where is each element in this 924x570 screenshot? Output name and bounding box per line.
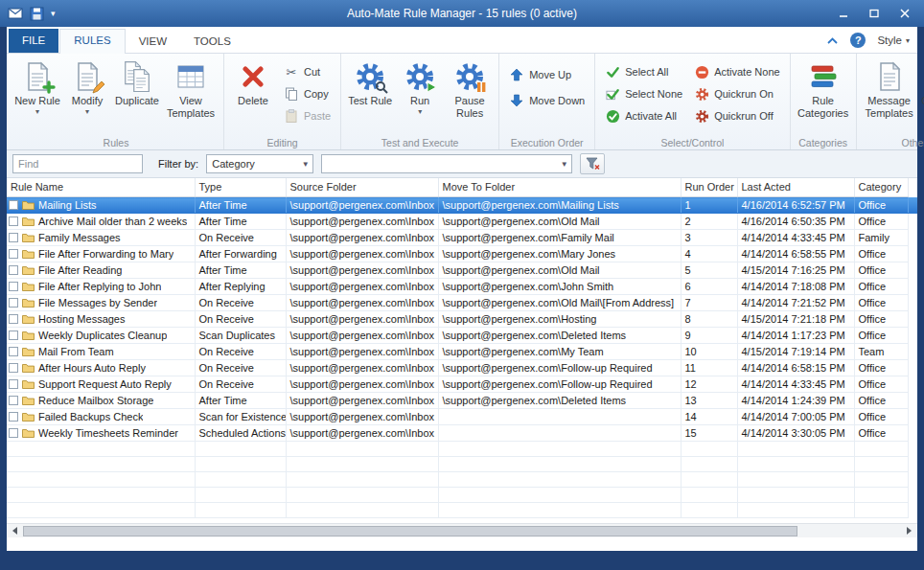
pause-rules-button[interactable]: Pause Rules (445, 57, 495, 131)
activate-none-button[interactable]: Activate None (688, 62, 785, 81)
row-checkbox[interactable] (9, 217, 18, 226)
activate-all-icon (605, 108, 620, 124)
caret-icon: ▼ (557, 160, 571, 169)
table-row[interactable]: File After Forwarding to MaryAfter Forwa… (7, 246, 917, 262)
column-header-move-to-folder[interactable]: Move To Folder (438, 178, 681, 197)
move-down-button[interactable]: Move Down (503, 91, 590, 110)
new-rule-button[interactable]: New Rule ▾ (12, 57, 62, 131)
rule-table-body: Mailing ListsAfter Time\support@pergenex… (7, 197, 917, 518)
modify-button[interactable]: Modify ▾ (62, 57, 112, 131)
quickrun-on-icon (694, 86, 709, 102)
rule-list: Rule Name Type Source Folder Move To Fol… (7, 178, 917, 523)
qat-customize-icon[interactable]: ▾ (51, 10, 56, 18)
table-row[interactable]: Archive Mail older than 2 weeksAfter Tim… (7, 214, 917, 230)
rule-icon (22, 200, 35, 210)
filter-by-label: Filter by: (158, 158, 198, 170)
duplicate-button[interactable]: Duplicate (112, 57, 162, 131)
table-row[interactable]: Mailing ListsAfter Time\support@pergenex… (7, 197, 917, 214)
clear-filter-button[interactable] (580, 153, 605, 174)
column-header-type[interactable]: Type (195, 178, 286, 197)
tab-rules[interactable]: RULES (59, 29, 125, 55)
column-header-last-acted[interactable]: Last Acted (737, 178, 854, 197)
help-icon[interactable]: ? (850, 33, 866, 48)
quickrun-off-button[interactable]: Quickrun Off (688, 106, 785, 125)
row-checkbox[interactable] (9, 200, 18, 210)
delete-button[interactable]: Delete (228, 57, 278, 131)
select-none-button[interactable]: Select None (599, 84, 688, 103)
table-row[interactable]: Reduce Mailbox StorageAfter Time\support… (7, 393, 917, 409)
row-checkbox[interactable] (9, 314, 18, 324)
message-templates-button[interactable]: Message Templates (861, 57, 918, 131)
collapse-ribbon-icon[interactable] (826, 32, 839, 49)
select-all-button[interactable]: Select All (599, 62, 688, 81)
column-header-source-folder[interactable]: Source Folder (286, 178, 438, 197)
row-checkbox[interactable] (9, 412, 18, 422)
filter-field-dropdown[interactable]: Category ▼ (206, 154, 313, 173)
close-button[interactable] (891, 3, 918, 24)
select-all-icon (605, 64, 620, 80)
rule-name: Family Messages (38, 230, 121, 245)
scrollbar-thumb[interactable] (23, 526, 797, 536)
tab-tools[interactable]: TOOLS (180, 31, 244, 54)
scroll-left-button[interactable] (7, 524, 23, 537)
table-header-row: Rule Name Type Source Folder Move To Fol… (7, 178, 917, 197)
minimize-button[interactable] (830, 3, 857, 24)
rule-categories-button[interactable]: Rule Categories (795, 57, 852, 131)
filter-value-dropdown[interactable]: ▼ (321, 154, 572, 173)
row-checkbox[interactable] (9, 396, 18, 405)
row-checkbox[interactable] (9, 265, 18, 275)
scrollbar-track[interactable] (797, 524, 901, 537)
table-row[interactable]: Support Request Auto ReplyOn Receive\sup… (7, 376, 917, 393)
test-rule-button[interactable]: Test Rule (345, 57, 395, 131)
find-input[interactable] (12, 154, 143, 173)
activate-all-button[interactable]: Activate All (599, 106, 688, 125)
table-row[interactable]: Failed Backups CheckScan for Existence\s… (7, 409, 917, 425)
row-checkbox[interactable] (9, 379, 18, 389)
rule-name: Support Request Auto Reply (38, 376, 172, 392)
cut-icon: ✂ (284, 64, 299, 80)
group-label-order: Execution Order (499, 137, 594, 148)
quickrun-on-button[interactable]: Quickrun On (688, 84, 785, 103)
cut-button[interactable]: ✂ Cut (278, 62, 336, 81)
table-row[interactable]: File After Replying to JohnAfter Replyin… (7, 279, 917, 295)
row-checkbox[interactable] (9, 331, 18, 340)
pause-rules-icon (454, 61, 485, 92)
row-checkbox[interactable] (9, 233, 18, 242)
rule-icon (22, 379, 35, 389)
counters-button[interactable]: Counters (918, 57, 924, 131)
maximize-button[interactable] (861, 3, 888, 24)
row-checkbox[interactable] (9, 347, 18, 356)
style-dropdown[interactable]: Style▾ (877, 34, 910, 46)
ribbon-group-order: Move Up Move Down Execution Order (499, 54, 595, 149)
run-icon (404, 61, 435, 92)
table-row[interactable]: Family MessagesOn Receive\support@pergen… (7, 230, 917, 246)
row-checkbox[interactable] (9, 363, 18, 373)
tab-file[interactable]: FILE (9, 29, 58, 54)
table-row[interactable]: Mail From TeamOn Receive\support@pergene… (7, 344, 917, 360)
row-checkbox[interactable] (9, 282, 18, 291)
column-header-category[interactable]: Category (854, 178, 908, 197)
table-row[interactable]: File After ReadingAfter Time\support@per… (7, 262, 917, 279)
copy-button[interactable]: Copy (278, 84, 336, 103)
row-checkbox[interactable] (9, 298, 18, 308)
rule-name: Mail From Team (38, 344, 114, 359)
table-row[interactable]: Weekly Timesheets ReminderScheduled Acti… (7, 425, 917, 442)
row-checkbox[interactable] (9, 249, 18, 259)
move-up-button[interactable]: Move Up (503, 65, 590, 84)
table-row[interactable]: File Messages by SenderOn Receive\suppor… (7, 295, 917, 311)
scroll-right-button[interactable] (901, 524, 917, 537)
app-icon (8, 6, 23, 21)
save-icon[interactable] (30, 7, 44, 21)
row-checkbox[interactable] (9, 428, 18, 438)
table-row[interactable]: Weekly Duplicates CleanupScan Duplicates… (7, 328, 917, 344)
rule-icon (22, 265, 35, 275)
column-header-run-order[interactable]: Run Order (681, 178, 737, 197)
table-row[interactable]: After Hours Auto ReplyOn Receive\support… (7, 360, 917, 376)
rule-name: File After Reading (38, 262, 122, 278)
rule-icon (22, 347, 35, 356)
tab-view[interactable]: VIEW (126, 31, 180, 54)
column-header-rule-name[interactable]: Rule Name (7, 178, 195, 197)
run-button[interactable]: Run ▾ (395, 57, 445, 131)
table-row[interactable]: Hosting MessagesOn Receive\support@perge… (7, 311, 917, 328)
view-templates-button[interactable]: View Templates (162, 57, 219, 131)
